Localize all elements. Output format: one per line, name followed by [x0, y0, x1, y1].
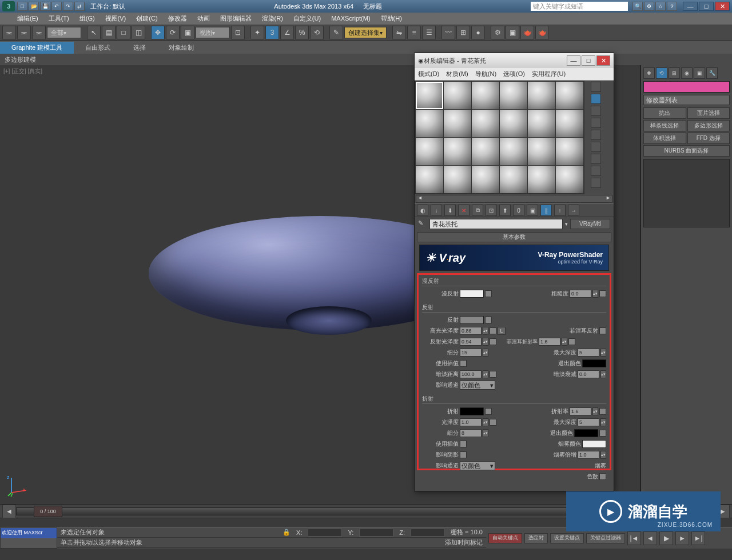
redo-icon[interactable]: ↷ [63, 2, 73, 11]
roughness-map-button[interactable] [599, 290, 606, 297]
mat-menu-mode[interactable]: 模式(D) [418, 70, 439, 78]
material-name-input[interactable] [429, 219, 563, 229]
spinner-icon[interactable]: ▴▾ [600, 418, 606, 426]
make-copy-icon[interactable]: ⧉ [472, 205, 483, 216]
coord-x-input[interactable] [308, 529, 342, 537]
snap-icon[interactable]: 3 [265, 26, 279, 39]
viewport-label[interactable]: [+] [正交] [真实] [3, 67, 42, 75]
menu-modifiers[interactable]: 修改器 [168, 14, 187, 23]
show-in-vp-icon[interactable]: ▣ [527, 205, 538, 216]
bind-icon[interactable]: ⫘ [32, 26, 46, 39]
menu-edit[interactable]: 编辑(E) [17, 14, 38, 23]
refl-gloss-spinner[interactable]: 0.94 [460, 338, 482, 346]
refl-affect-ch-select[interactable]: 仅颜色▾ [460, 381, 495, 390]
refr-exit-color-swatch[interactable] [574, 429, 598, 437]
spinner-icon[interactable]: ▴▾ [483, 327, 488, 335]
coord-y-input[interactable] [359, 529, 393, 537]
material-slot[interactable] [472, 110, 499, 137]
refr-gloss-spinner[interactable]: 1.0 [460, 418, 482, 426]
material-slot[interactable] [556, 82, 583, 109]
spinner-icon[interactable]: ▴▾ [483, 418, 488, 426]
star-icon[interactable]: ☆ [655, 2, 666, 11]
menu-help[interactable]: 帮助(H) [381, 14, 402, 23]
pick-material-icon[interactable]: ✎ [418, 219, 427, 229]
selected-button[interactable]: 选定对 [524, 533, 548, 543]
hilight-gloss-spinner[interactable]: 0.86 [460, 327, 482, 335]
modifier-stack[interactable] [643, 159, 730, 227]
hilight-map-button[interactable] [490, 327, 496, 334]
ribbon-poly-model[interactable]: 多边形建模 [5, 55, 36, 64]
refl-gloss-map-button[interactable] [490, 338, 496, 345]
material-slot[interactable] [444, 82, 471, 109]
menu-group[interactable]: 组(G) [79, 14, 95, 23]
search-icon[interactable]: 🔍 [632, 2, 643, 11]
new-icon[interactable]: □ [17, 2, 27, 11]
close-button[interactable]: ✕ [715, 2, 730, 11]
window-cross-icon[interactable]: ◫ [132, 26, 145, 39]
rollout-basic-params[interactable]: 基本参数 [417, 232, 611, 242]
dim-dist-spinner[interactable]: 100.0 [460, 370, 482, 378]
roughness-spinner[interactable]: 0.0 [570, 290, 591, 298]
material-slot[interactable] [556, 110, 583, 137]
comm-icon[interactable]: ⚙ [644, 2, 654, 11]
angle-snap-icon[interactable]: ∠ [280, 26, 294, 39]
mat-menu-util[interactable]: 实用程序(U) [532, 70, 566, 78]
background-icon[interactable] [591, 106, 601, 116]
ior-map-button[interactable] [599, 408, 606, 415]
spinner-icon[interactable]: ▴▾ [483, 349, 488, 357]
material-slot[interactable] [500, 166, 527, 193]
get-material-icon[interactable]: ◐ [417, 205, 428, 216]
material-slot[interactable] [444, 166, 471, 193]
refr-subdiv-spinner[interactable]: 8 [460, 429, 482, 437]
set-key-button[interactable]: 设置关键点 [550, 533, 584, 543]
modifier-btn-2[interactable]: 样条线选择 [643, 120, 686, 131]
display-tab-icon[interactable]: ▣ [694, 67, 705, 79]
material-slot[interactable] [556, 166, 583, 193]
menu-create[interactable]: 创建(C) [136, 14, 157, 23]
mat-menu-material[interactable]: 材质(M) [446, 70, 468, 78]
material-slot[interactable] [528, 166, 555, 193]
modify-tab-icon[interactable]: ⟲ [656, 67, 667, 79]
dim-falloff-spinner[interactable]: 0.0 [578, 370, 599, 378]
menu-tools[interactable]: 工具(T) [49, 14, 69, 23]
material-slot[interactable] [444, 110, 471, 137]
menu-graph[interactable]: 图形编辑器 [220, 14, 252, 23]
render-prod-icon[interactable]: 🫖 [535, 26, 549, 39]
help-icon[interactable]: ? [667, 2, 677, 11]
ribbon-tab-freeform[interactable]: 自由形式 [74, 42, 122, 54]
diffuse-color-swatch[interactable] [460, 290, 484, 298]
material-slot[interactable] [416, 82, 443, 109]
utility-tab-icon[interactable]: 🔧 [706, 67, 718, 79]
dialog-minimize-button[interactable]: — [567, 55, 580, 66]
modifier-btn-3[interactable]: 多边形选择 [687, 120, 730, 131]
menu-maxscript[interactable]: MAXScript(M) [331, 15, 370, 22]
material-slot-scrollbar[interactable] [416, 195, 612, 203]
menu-animation[interactable]: 动画 [197, 14, 210, 23]
material-slot[interactable] [416, 138, 443, 165]
ribbon-tab-graphite[interactable]: Graphite 建模工具 [0, 42, 74, 54]
spinner-icon[interactable]: ▴▾ [600, 451, 606, 459]
ribbon-tab-paint[interactable]: 对象绘制 [157, 42, 205, 54]
modifier-btn-1[interactable]: 面片选择 [687, 107, 730, 119]
go-sibling-icon[interactable]: → [568, 205, 579, 216]
mat-id-icon[interactable]: 0 [513, 205, 524, 216]
modifier-btn-5[interactable]: FFD 选择 [687, 133, 730, 144]
refract-map-button[interactable] [485, 408, 492, 415]
modifier-btn-0[interactable]: 抗出 [643, 107, 686, 119]
ref-coord-system[interactable]: 视图 ▾ [196, 27, 230, 38]
material-slot[interactable] [416, 166, 443, 193]
minimize-button[interactable]: — [683, 2, 698, 11]
play-start-icon[interactable]: |◄ [627, 531, 641, 545]
reflect-map-button[interactable] [485, 317, 492, 323]
schematic-icon[interactable]: ⊞ [456, 26, 470, 39]
manip-icon[interactable]: ✦ [250, 26, 264, 39]
hierarchy-tab-icon[interactable]: ⊞ [669, 67, 680, 79]
pivot-icon[interactable]: ⊡ [231, 26, 245, 39]
material-slot[interactable] [528, 82, 555, 109]
material-slot[interactable] [416, 110, 443, 137]
key-filter-button[interactable]: 关键点过滤器 [586, 533, 625, 543]
modifier-list-dropdown[interactable]: 修改器列表 [643, 95, 730, 105]
spinner-snap-icon[interactable]: ⟲ [310, 26, 324, 39]
mat-menu-nav[interactable]: 导航(N) [475, 70, 496, 78]
uv-tiling-icon[interactable] [591, 118, 601, 128]
